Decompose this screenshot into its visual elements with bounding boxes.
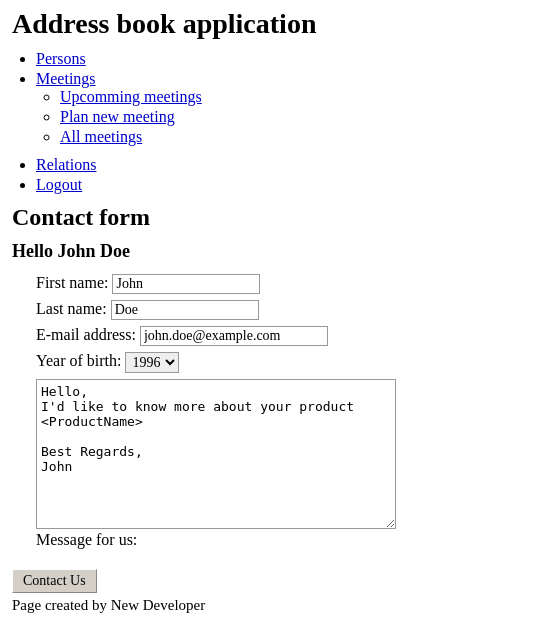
last-name-input[interactable] xyxy=(111,300,259,320)
nav-subitem-upcoming[interactable]: Upcomming meetings xyxy=(60,88,528,106)
first-name-field-item: First name: xyxy=(36,274,528,294)
nav-subitem-plan[interactable]: Plan new meeting xyxy=(60,108,528,126)
last-name-label: Last name: xyxy=(36,300,107,318)
first-name-input[interactable] xyxy=(112,274,260,294)
form-heading: Contact form xyxy=(12,204,528,231)
nav-item-persons[interactable]: Persons xyxy=(36,50,528,68)
app-title: Address book application xyxy=(12,8,528,40)
first-name-label: First name: xyxy=(36,274,108,292)
year-field-item: Year of birth: 1990 1991 1992 1993 1994 … xyxy=(36,352,528,373)
message-field-item: Message for us: xyxy=(36,531,528,549)
last-name-field-item: Last name: xyxy=(36,300,528,320)
nav-item-relations[interactable]: Relations xyxy=(36,156,528,174)
footer-text: Page created by New Developer xyxy=(12,597,528,614)
nav-item-meetings[interactable]: Meetings Upcomming meetings Plan new mee… xyxy=(36,70,528,146)
contact-us-button[interactable]: Contact Us xyxy=(12,569,97,593)
nav-item-logout[interactable]: Logout xyxy=(36,176,528,194)
year-select[interactable]: 1990 1991 1992 1993 1994 1995 1996 1997 … xyxy=(125,352,179,373)
main-nav: Persons Meetings Upcomming meetings Plan… xyxy=(12,50,528,194)
nav-subitem-all[interactable]: All meetings xyxy=(60,128,528,146)
message-textarea[interactable]: Hello, I'd like to know more about your … xyxy=(36,379,396,529)
year-label: Year of birth: xyxy=(36,352,121,370)
form-greeting: Hello John Doe xyxy=(12,241,528,262)
email-input[interactable] xyxy=(140,326,328,346)
email-field-item: E-mail address: xyxy=(36,326,528,346)
message-label: Message for us: xyxy=(36,531,137,549)
email-label: E-mail address: xyxy=(36,326,136,344)
